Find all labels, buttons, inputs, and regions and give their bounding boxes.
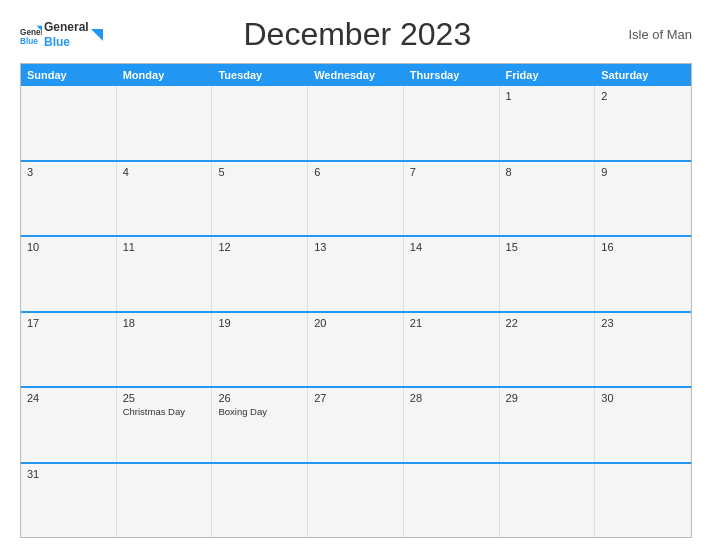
day-cell: 10 [21,237,117,311]
day-cell: 7 [404,162,500,236]
day-header-sunday: Sunday [21,64,117,86]
day-cell [404,86,500,160]
day-number: 25 [123,392,206,404]
day-cell: 16 [595,237,691,311]
day-number: 11 [123,241,206,253]
day-header-wednesday: Wednesday [308,64,404,86]
day-cell [212,464,308,538]
day-cell: 5 [212,162,308,236]
week-row-5: 2425Christmas Day26Boxing Day27282930 [21,386,691,462]
day-number: 29 [506,392,589,404]
svg-text:Blue: Blue [20,37,38,46]
day-cell: 6 [308,162,404,236]
day-number: 27 [314,392,397,404]
day-cell [500,464,596,538]
day-header-friday: Friday [500,64,596,86]
day-cell: 24 [21,388,117,462]
day-number: 30 [601,392,685,404]
day-number: 26 [218,392,301,404]
day-cell: 20 [308,313,404,387]
day-header-monday: Monday [117,64,213,86]
day-number: 20 [314,317,397,329]
day-cell: 12 [212,237,308,311]
day-cell: 4 [117,162,213,236]
day-header-tuesday: Tuesday [212,64,308,86]
region-label: Isle of Man [612,27,692,42]
day-cell [212,86,308,160]
day-cell: 15 [500,237,596,311]
calendar-title: December 2023 [103,16,612,53]
day-cell [308,464,404,538]
day-number: 5 [218,166,301,178]
day-number: 23 [601,317,685,329]
calendar-page: General Blue General Blue December 2023 … [0,0,712,550]
day-number: 8 [506,166,589,178]
day-header-thursday: Thursday [404,64,500,86]
day-cell [117,86,213,160]
logo-icon: General Blue [20,24,42,46]
day-number: 14 [410,241,493,253]
day-number: 7 [410,166,493,178]
week-row-1: 12 [21,86,691,160]
day-cell: 9 [595,162,691,236]
day-cell: 3 [21,162,117,236]
day-cell: 8 [500,162,596,236]
week-row-2: 3456789 [21,160,691,236]
day-cell: 28 [404,388,500,462]
day-number: 4 [123,166,206,178]
day-number: 21 [410,317,493,329]
day-cell: 14 [404,237,500,311]
day-cell: 1 [500,86,596,160]
day-header-saturday: Saturday [595,64,691,86]
day-cell [117,464,213,538]
weeks-container: 1234567891011121314151617181920212223242… [21,86,691,537]
logo-general: General [44,20,89,34]
day-cell [308,86,404,160]
week-row-3: 10111213141516 [21,235,691,311]
week-row-6: 31 [21,462,691,538]
day-number: 12 [218,241,301,253]
day-number: 10 [27,241,110,253]
header: General Blue General Blue December 2023 … [20,16,692,53]
day-cell: 19 [212,313,308,387]
day-cell: 22 [500,313,596,387]
day-cell: 13 [308,237,404,311]
logo-blue: Blue [44,35,89,49]
day-cell [404,464,500,538]
day-cell: 27 [308,388,404,462]
svg-marker-3 [91,29,103,41]
day-cell: 2 [595,86,691,160]
day-cell [595,464,691,538]
day-number: 19 [218,317,301,329]
day-cell: 31 [21,464,117,538]
day-number: 9 [601,166,685,178]
day-cell: 26Boxing Day [212,388,308,462]
day-headers-row: SundayMondayTuesdayWednesdayThursdayFrid… [21,64,691,86]
logo-triangle-icon [91,29,103,41]
day-number: 6 [314,166,397,178]
day-number: 1 [506,90,589,102]
svg-text:General: General [20,28,42,37]
day-number: 22 [506,317,589,329]
day-cell: 11 [117,237,213,311]
day-cell: 18 [117,313,213,387]
day-number: 3 [27,166,110,178]
day-number: 31 [27,468,110,480]
day-cell: 30 [595,388,691,462]
day-number: 18 [123,317,206,329]
day-cell: 23 [595,313,691,387]
day-number: 2 [601,90,685,102]
logo: General Blue General Blue [20,20,103,49]
day-number: 28 [410,392,493,404]
day-cell: 21 [404,313,500,387]
day-cell: 17 [21,313,117,387]
event-label: Boxing Day [218,406,301,417]
day-number: 24 [27,392,110,404]
day-cell [21,86,117,160]
week-row-4: 17181920212223 [21,311,691,387]
day-cell: 29 [500,388,596,462]
day-number: 17 [27,317,110,329]
day-number: 16 [601,241,685,253]
day-number: 13 [314,241,397,253]
day-cell: 25Christmas Day [117,388,213,462]
